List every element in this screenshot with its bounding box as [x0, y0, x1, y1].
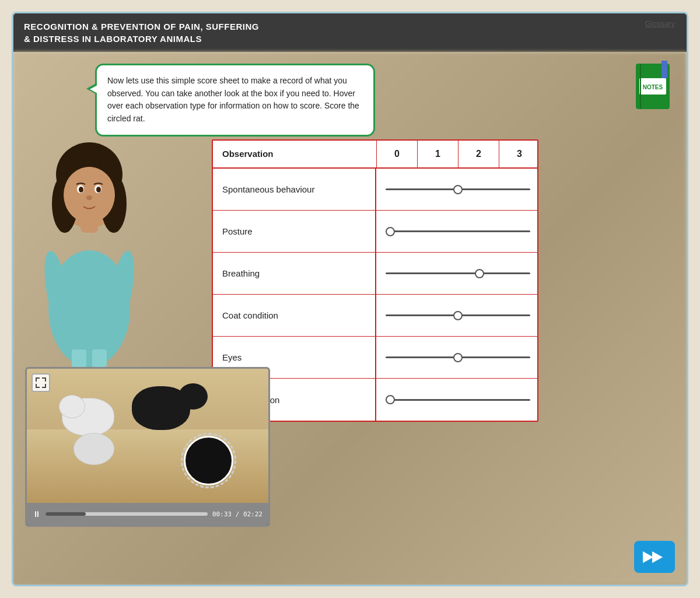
main-content: NOTES Now lets use this simple score she…: [13, 52, 687, 585]
top-bar: RECOGNITION & PREVENTION OF PAIN, SUFFER…: [13, 13, 687, 52]
title-line2: & DISTRESS IN LABORATORY ANIMALS: [24, 33, 676, 45]
header-col2: 2: [458, 141, 499, 167]
left-panel: Now lets use this simple score sheet to …: [25, 64, 200, 573]
row-slider-cell-4: [376, 337, 538, 378]
slider-2[interactable]: [386, 272, 530, 274]
svg-marker-22: [652, 551, 663, 563]
row-slider-cell-1: [376, 211, 538, 252]
rat-scene: [27, 369, 268, 503]
svg-text:NOTES: NOTES: [643, 84, 663, 90]
svg-point-11: [64, 167, 115, 223]
table-header: Observation 0 1 2 3: [213, 141, 537, 169]
progress-fill: [46, 512, 86, 516]
video-player: ⏸ 00:33 / 02:22: [25, 367, 270, 527]
table-row: Spontaneous behaviour: [213, 169, 537, 211]
row-label-0[interactable]: Spontaneous behaviour: [213, 169, 376, 210]
row-slider-cell-5: [376, 379, 538, 421]
row-slider-cell-0: [376, 169, 538, 210]
main-frame: Glossary RECOGNITION & PREVENTION OF PAI…: [12, 12, 688, 586]
slider-1[interactable]: [386, 230, 530, 232]
title-line1: RECOGNITION & PREVENTION OF PAIN, SUFFER…: [24, 20, 676, 33]
expand-svg: [36, 377, 46, 388]
expand-icon[interactable]: [32, 373, 50, 392]
slider-5[interactable]: [386, 399, 530, 401]
notes-book-svg: NOTES: [631, 61, 678, 113]
header-col1: 1: [417, 141, 458, 167]
table-row: Posture: [213, 211, 537, 253]
svg-rect-20: [92, 349, 107, 367]
row-label-3[interactable]: Coat condition: [213, 295, 376, 336]
speech-bubble: Now lets use this simple score sheet to …: [95, 64, 375, 137]
notes-icon[interactable]: NOTES: [631, 61, 678, 113]
time-separator: /: [236, 510, 243, 518]
pause-button[interactable]: ⏸: [33, 509, 41, 519]
slider-3[interactable]: [386, 314, 530, 316]
video-controls: ⏸ 00:33 / 02:22: [27, 503, 268, 525]
glossary-link[interactable]: Glossary: [645, 19, 675, 28]
character-area: Now lets use this simple score sheet to …: [25, 64, 177, 367]
row-label-2[interactable]: Breathing: [213, 253, 376, 294]
row-slider-cell-3: [376, 295, 538, 336]
svg-rect-1: [662, 61, 667, 78]
svg-point-14: [79, 187, 83, 193]
header-col0: 0: [376, 141, 417, 167]
slider-4[interactable]: [386, 356, 530, 358]
svg-marker-21: [643, 551, 653, 563]
svg-rect-19: [72, 349, 86, 367]
next-arrow-svg: [643, 548, 666, 566]
row-slider-cell-2: [376, 253, 538, 294]
time-display: 00:33 / 02:22: [212, 510, 262, 518]
total-time: 02:22: [243, 510, 262, 518]
video-thumbnail: [27, 369, 268, 503]
table-row: Breathing: [213, 253, 537, 295]
content-row: Now lets use this simple score sheet to …: [13, 52, 687, 585]
next-button[interactable]: [634, 541, 675, 573]
header-col3: 3: [499, 141, 538, 167]
slider-0[interactable]: [386, 188, 530, 190]
header-observation: Observation: [213, 141, 376, 167]
current-time: 00:33: [212, 510, 232, 518]
svg-point-15: [96, 187, 101, 193]
table-row: Coat condition: [213, 295, 537, 337]
speech-text: Now lets use this simple score sheet to …: [107, 76, 359, 123]
row-label-1[interactable]: Posture: [213, 211, 376, 252]
right-panel: Observation 0 1 2 3 Spontaneous behaviou…: [212, 64, 675, 573]
svg-point-16: [86, 195, 92, 200]
progress-bar[interactable]: [46, 512, 208, 516]
